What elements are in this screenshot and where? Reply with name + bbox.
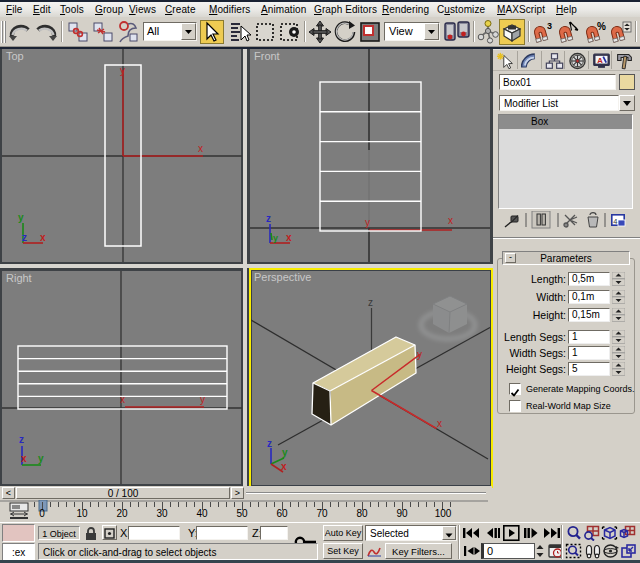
svg-text:x: x — [21, 453, 27, 464]
svg-text:x: x — [437, 418, 442, 429]
svg-text:z: z — [19, 434, 24, 445]
svg-text:y: y — [200, 394, 205, 405]
svg-text:x: x — [286, 232, 292, 243]
svg-text:x: x — [40, 232, 46, 243]
svg-text:x: x — [120, 394, 125, 405]
svg-text:A: A — [597, 56, 603, 65]
svg-text:z: z — [266, 213, 271, 224]
svg-text:4: 4 — [613, 217, 617, 226]
svg-text:y: y — [417, 349, 422, 360]
svg-text:z: z — [267, 438, 272, 449]
svg-text:y: y — [120, 65, 125, 76]
svg-text:y: y — [18, 212, 24, 223]
svg-text:%: % — [597, 21, 606, 32]
svg-text:z: z — [368, 297, 373, 308]
svg-text:3: 3 — [547, 21, 552, 31]
svg-text:x: x — [198, 143, 203, 154]
svg-text:x: x — [448, 215, 453, 226]
svg-text:y: y — [38, 453, 44, 464]
svg-text:x: x — [281, 461, 287, 472]
svg-text:y: y — [365, 217, 370, 228]
svg-text:y: y — [273, 233, 278, 243]
svg-text:y: y — [282, 447, 288, 458]
svg-text:z: z — [22, 232, 27, 243]
